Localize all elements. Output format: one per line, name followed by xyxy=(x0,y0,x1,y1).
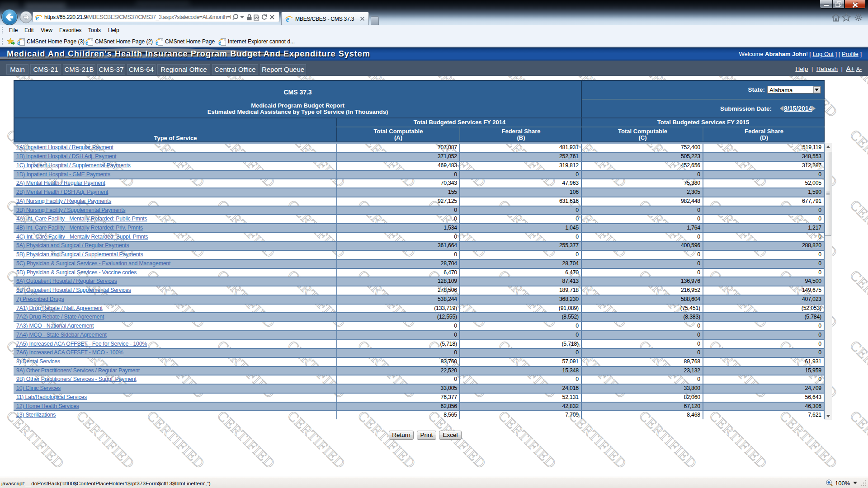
svg-text:CERTIFIED: CERTIFIED xyxy=(847,197,868,261)
svg-text:e: e xyxy=(36,14,39,21)
svg-text:CERTIFIED: CERTIFIED xyxy=(847,267,868,331)
svg-text:CERTIFIED: CERTIFIED xyxy=(847,127,868,191)
svg-text:CERTIFIED: CERTIFIED xyxy=(847,338,868,402)
svg-text:CERTIFIED: CERTIFIED xyxy=(847,76,868,120)
svg-text:CERTIFIED: CERTIFIED xyxy=(847,408,868,472)
svg-text:e: e xyxy=(286,15,289,23)
